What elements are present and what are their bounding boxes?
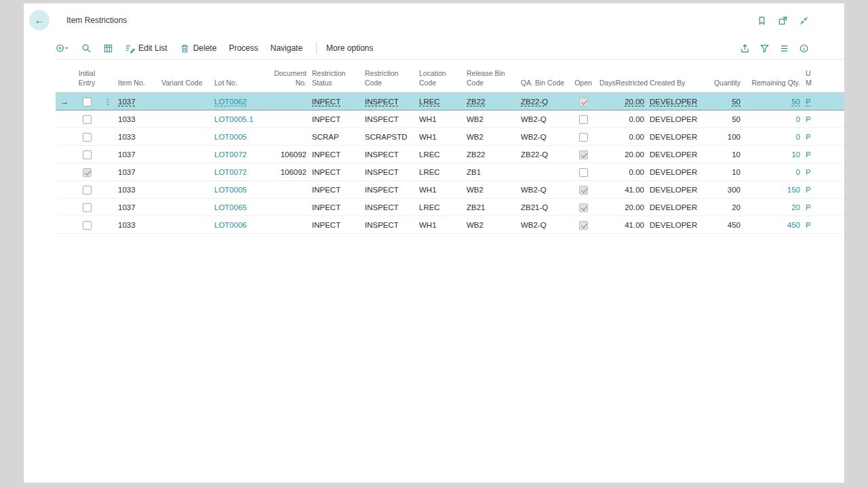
- cell-value[interactable]: 10: [791, 150, 800, 159]
- cell-uom[interactable]: P: [803, 110, 844, 128]
- cell-value[interactable]: LOT0005.1: [214, 115, 254, 123]
- cell-uom[interactable]: P: [803, 146, 844, 163]
- col-header-quantity[interactable]: Quantity: [705, 60, 743, 93]
- cell-item_no[interactable]: 1033: [115, 128, 159, 146]
- row-menu-cell[interactable]: [100, 110, 115, 128]
- cell-location_code[interactable]: WH1: [416, 216, 464, 234]
- cell-open[interactable]: [570, 146, 597, 163]
- cell-value[interactable]: LOT0005: [214, 186, 247, 194]
- cell-open[interactable]: [570, 163, 597, 181]
- cell-days_restricted[interactable]: 0.00: [597, 128, 647, 146]
- cell-item_no[interactable]: 1033: [115, 181, 159, 199]
- cell-created_by[interactable]: DEVELOPER: [647, 181, 705, 199]
- initial-entry-checkbox[interactable]: [83, 203, 92, 212]
- cell-initial_entry[interactable]: [73, 110, 100, 128]
- cell-restriction_status[interactable]: INPECT: [309, 181, 362, 199]
- cell-location_code[interactable]: WH1: [416, 181, 464, 199]
- cell-restriction_status[interactable]: INPECT: [309, 163, 362, 181]
- cell-release_bin_code[interactable]: WB2: [464, 181, 518, 199]
- table-row[interactable]: 1033LOT0005SCRAPSCRAPSTDWH1WB2WB2-Q0.00D…: [56, 128, 844, 146]
- col-header-days_restricted[interactable]: DaysRestricted: [597, 60, 647, 93]
- cell-document_no[interactable]: 106092: [269, 163, 309, 181]
- cell-value[interactable]: LOT0005: [214, 133, 247, 141]
- cell-created_by[interactable]: DEVELOPER: [647, 146, 705, 163]
- cell-initial_entry[interactable]: [73, 216, 100, 234]
- table-row[interactable]: 1037LOT0072106092INPECTINSPECTLRECZB22ZB…: [56, 146, 844, 163]
- cell-created_by[interactable]: DEVELOPER: [647, 163, 705, 181]
- row-menu-cell[interactable]: [100, 199, 115, 216]
- row-pointer-cell[interactable]: [56, 110, 73, 128]
- initial-entry-checkbox[interactable]: [83, 150, 92, 159]
- cell-quantity[interactable]: 10: [705, 163, 743, 181]
- cell-days_restricted[interactable]: 20.00: [597, 199, 647, 216]
- table-row[interactable]: 1033LOT0005.1INPECTINSPECTWH1WB2WB2-Q0.0…: [56, 110, 844, 128]
- cell-location_code[interactable]: WH1: [416, 128, 464, 146]
- filter-icon[interactable]: [760, 43, 770, 54]
- col-header-restriction_status[interactable]: Restriction Status: [309, 60, 362, 93]
- cell-value[interactable]: LOT0072: [214, 150, 247, 159]
- cell-release_bin_code[interactable]: ZB1: [464, 163, 518, 181]
- table-row[interactable]: 1037LOT0072106092INPECTINSPECTLRECZB10.0…: [56, 163, 844, 181]
- col-header-document_no[interactable]: Document No.: [269, 60, 309, 93]
- cell-quantity[interactable]: 50: [705, 93, 743, 110]
- cell-release_bin_code[interactable]: WB2: [464, 110, 518, 128]
- table-row[interactable]: 1037LOT0065INPECTINSPECTLRECZB21ZB21-Q20…: [56, 199, 844, 216]
- cell-value[interactable]: P: [806, 115, 811, 123]
- cell-created_by[interactable]: DEVELOPER: [647, 128, 705, 146]
- cell-quantity[interactable]: 300: [705, 181, 743, 199]
- cell-variant_code[interactable]: [159, 216, 212, 234]
- cell-restriction_code[interactable]: INSPECT: [362, 216, 416, 234]
- cell-restriction_status[interactable]: INPECT: [309, 216, 362, 234]
- col-header-open[interactable]: Open: [570, 60, 597, 93]
- cell-item_no[interactable]: 1037: [115, 93, 159, 110]
- cell-lot_no[interactable]: LOT0062: [212, 93, 269, 110]
- cell-uom[interactable]: P: [803, 163, 844, 181]
- cell-value[interactable]: P: [806, 186, 811, 194]
- cell-open[interactable]: [570, 199, 597, 216]
- list-icon[interactable]: [779, 43, 789, 54]
- cell-restriction_code[interactable]: INSPECT: [362, 163, 416, 181]
- cell-variant_code[interactable]: [159, 128, 212, 146]
- cell-restriction_code[interactable]: INSPECT: [362, 93, 416, 110]
- cell-document_no[interactable]: [269, 128, 309, 146]
- row-menu-cell[interactable]: [100, 128, 115, 146]
- cell-created_by[interactable]: DEVELOPER: [647, 216, 705, 234]
- cell-created_by[interactable]: DEVELOPER: [647, 93, 705, 110]
- cell-item_no[interactable]: 1037: [115, 146, 159, 163]
- cell-qa_bin_code[interactable]: WB2-Q: [518, 128, 570, 146]
- navigate-button[interactable]: Navigate: [271, 43, 302, 53]
- cell-item_no[interactable]: 1033: [115, 110, 159, 128]
- cell-uom[interactable]: P: [803, 93, 844, 110]
- back-button[interactable]: ←: [29, 10, 50, 30]
- cell-value[interactable]: LOT0006: [214, 221, 247, 229]
- cell-lot_no[interactable]: LOT0006: [212, 216, 269, 234]
- row-pointer-cell[interactable]: [56, 181, 73, 199]
- cell-uom[interactable]: P: [803, 199, 844, 216]
- analyze-icon[interactable]: [103, 43, 113, 54]
- more-options-button[interactable]: More options: [326, 43, 373, 53]
- cell-created_by[interactable]: DEVELOPER: [647, 110, 705, 128]
- cell-remaining_qty[interactable]: 20: [743, 199, 803, 216]
- cell-restriction_code[interactable]: INSPECT: [362, 146, 416, 163]
- cell-initial_entry[interactable]: [73, 199, 100, 216]
- cell-remaining_qty[interactable]: 150: [743, 181, 803, 199]
- cell-lot_no[interactable]: LOT0065: [212, 199, 269, 216]
- cell-value[interactable]: P: [806, 168, 811, 176]
- cell-document_no[interactable]: [269, 110, 309, 128]
- initial-entry-checkbox[interactable]: [83, 186, 92, 195]
- cell-lot_no[interactable]: LOT0072: [212, 163, 269, 181]
- cell-qa_bin_code[interactable]: ZB22-Q: [518, 146, 570, 163]
- share-icon[interactable]: [740, 43, 750, 54]
- cell-item_no[interactable]: 1033: [115, 216, 159, 234]
- cell-quantity[interactable]: 100: [705, 128, 743, 146]
- cell-release_bin_code[interactable]: ZB21: [464, 199, 518, 216]
- col-header-lot_no[interactable]: Lot No.: [212, 60, 269, 93]
- cell-lot_no[interactable]: LOT0005: [212, 181, 269, 199]
- cell-value[interactable]: P: [806, 98, 811, 106]
- cell-release_bin_code[interactable]: WB2: [464, 216, 518, 234]
- cell-days_restricted[interactable]: 20.00: [597, 146, 647, 163]
- cell-quantity[interactable]: 20: [705, 199, 743, 216]
- cell-location_code[interactable]: LREC: [416, 163, 464, 181]
- row-pointer-cell[interactable]: [56, 216, 73, 234]
- cell-location_code[interactable]: LREC: [416, 93, 464, 110]
